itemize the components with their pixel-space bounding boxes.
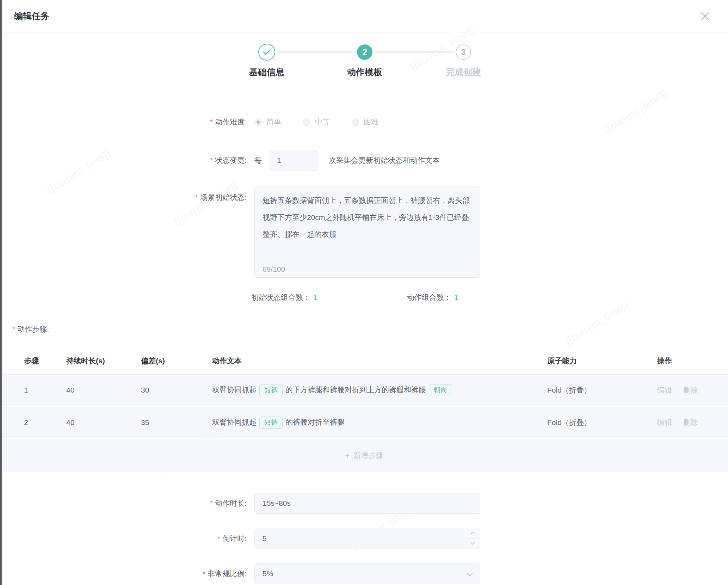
chevron-up-icon [470, 531, 475, 536]
radio-icon-easy [254, 118, 262, 126]
countdown-input[interactable] [254, 528, 480, 549]
action-steps-table: 步骤 持续时长(s) 偏差(s) 动作文本 原子能力 操作 1 40 30 双臂… [0, 347, 728, 472]
cell-duration: 40 [66, 386, 141, 394]
required-asterisk: * [195, 193, 198, 201]
cell-ability: Fold（折叠） [547, 385, 657, 395]
watermark: {{current_time}} [563, 299, 631, 347]
radio-option-easy[interactable]: 简单 [254, 117, 281, 127]
cell-step: 1 [24, 386, 66, 394]
step-2-indicator: 2 [357, 44, 372, 60]
initial-state-row: *场景初始状态: 短裤五条数据背面朝上，五条数据正面朝上，裤腰朝右，离头部视野下… [0, 186, 728, 279]
header-action-text: 动作文本 [212, 356, 547, 366]
object-tag: 短裤 [259, 417, 283, 429]
radio-icon-hard [352, 118, 359, 126]
radio-icon-medium [303, 118, 310, 126]
state-change-label: *状态变更: [0, 155, 247, 165]
cell-action-text: 双臂协同抓起短裤的裤腰对折至裤腿 [212, 417, 547, 429]
countdown-row: *倒计时: [0, 528, 728, 549]
cell-duration: 40 [66, 418, 141, 427]
initial-combo-value: 1 [313, 293, 317, 301]
radio-label-easy: 简单 [266, 117, 281, 127]
decrement-button[interactable] [465, 539, 480, 549]
initial-state-textarea[interactable]: 短裤五条数据背面朝上，五条数据正面朝上，裤腰朝右，离头部视野下方至少20cm之外… [254, 186, 480, 278]
header-step: 步骤 [24, 356, 66, 366]
table-header-row: 步骤 持续时长(s) 偏差(s) 动作文本 原子能力 操作 [0, 347, 728, 375]
difficulty-row: *动作难度: 简单 中等 困难 [0, 115, 728, 129]
delete-link[interactable]: 删除 [683, 386, 698, 394]
table-row: 2 40 35 双臂协同抓起短裤的裤腰对折至裤腿 Fold（折叠） 编辑 删除 [0, 407, 728, 438]
action-combo: 动作组合数：1 [407, 292, 458, 302]
header-operations: 操作 [657, 356, 728, 366]
plus-icon: + [345, 451, 350, 461]
duration-row: *动作时长: [0, 493, 728, 514]
step-2-label: 动作模板 [322, 66, 407, 78]
required-asterisk: * [210, 156, 213, 164]
action-steps-label: *动作步骤: [12, 324, 49, 334]
required-asterisk: * [203, 569, 205, 578]
duration-label: *动作时长: [0, 498, 247, 508]
countdown-label: *倒计时: [0, 534, 247, 543]
header-ability: 原子能力 [547, 356, 657, 366]
countdown-stepper [465, 528, 480, 549]
edit-link[interactable]: 编辑 [657, 418, 672, 426]
action-combo-value: 1 [454, 293, 458, 301]
combination-counts: 初始状态组合数：1 动作组合数：1 [251, 292, 458, 302]
object-tag: 短裤 [259, 384, 283, 396]
cell-action-text: 双臂协同抓起短裤的下方裤腿和裤腰对折到上方的裤腿和裤腰朝向 [212, 384, 547, 396]
stepper: 2 3 基础信息 动作模板 完成创建 [0, 0, 728, 85]
step-1-label: 基础信息 [224, 66, 309, 78]
table-row: 1 40 30 双臂协同抓起短裤的下方裤腿和裤腰对折到上方的裤腿和裤腰朝向 Fo… [0, 375, 728, 406]
unusual-ratio-select[interactable]: 5% [254, 563, 480, 584]
cell-ability: Fold（折叠） [547, 418, 657, 427]
state-change-suffix: 次采集会更新初始状态和动作文本 [329, 155, 440, 165]
state-change-prefix: 每 [254, 155, 262, 165]
duration-input[interactable] [254, 493, 480, 514]
cell-step: 2 [24, 418, 66, 427]
add-step-button[interactable]: + 新增步骤 [0, 439, 728, 472]
state-change-row: *状态变更: 每 次采集会更新初始状态和动作文本 [0, 150, 728, 171]
delete-link[interactable]: 删除 [683, 418, 698, 426]
radio-option-medium[interactable]: 中等 [303, 117, 330, 127]
radio-label-hard: 困难 [364, 117, 378, 127]
char-counter: 69/100 [263, 265, 285, 273]
increment-button[interactable] [465, 528, 480, 539]
add-step-label: 新增步骤 [353, 451, 383, 461]
difficulty-label: *动作难度: [0, 117, 247, 127]
cell-operations: 编辑 删除 [657, 385, 728, 395]
step-1-indicator [258, 44, 275, 61]
cell-deviation: 30 [141, 386, 212, 394]
step-connector-2 [374, 51, 454, 53]
cell-operations: 编辑 删除 [657, 418, 728, 427]
check-icon [263, 49, 271, 55]
required-asterisk: * [210, 499, 213, 507]
edit-link[interactable]: 编辑 [657, 386, 672, 394]
state-change-input[interactable] [269, 150, 318, 171]
page-left-edge [0, 0, 2, 585]
initial-state-label: *场景初始状态: [0, 186, 247, 202]
unusual-ratio-row: *非常规比例: 5% [0, 563, 728, 584]
cell-deviation: 35 [141, 418, 212, 427]
required-asterisk: * [210, 118, 213, 126]
orientation-tag: 朝向 [429, 384, 452, 396]
radio-option-hard[interactable]: 困难 [352, 117, 378, 127]
step-3-label: 完成创建 [421, 66, 506, 78]
header-deviation: 偏差(s) [141, 356, 212, 366]
required-asterisk: * [12, 325, 15, 333]
header-duration: 持续时长(s) [66, 356, 141, 366]
unusual-ratio-value: 5% [263, 569, 273, 578]
required-asterisk: * [217, 534, 220, 542]
step-connector-1 [278, 51, 355, 53]
unusual-ratio-label: *非常规比例: [0, 569, 247, 579]
radio-label-medium: 中等 [315, 117, 330, 127]
chevron-down-icon [470, 541, 475, 545]
initial-combo: 初始状态组合数：1 [251, 292, 317, 302]
step-3-indicator: 3 [456, 44, 471, 60]
